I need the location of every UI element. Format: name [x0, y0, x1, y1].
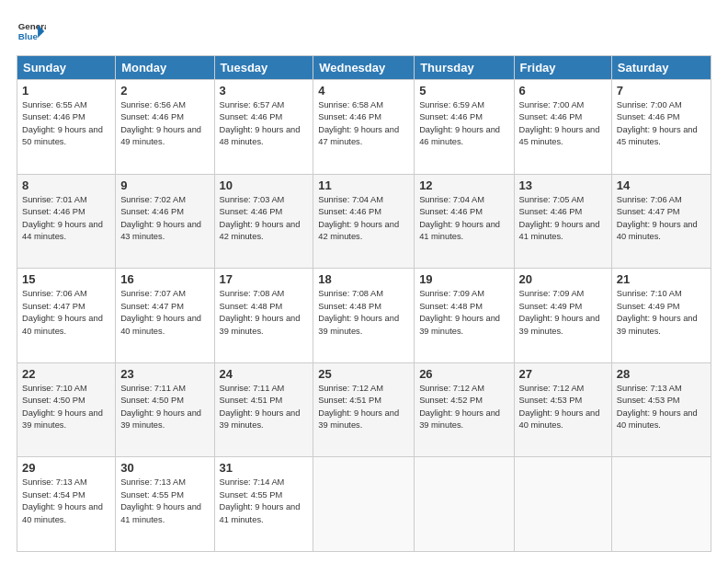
cell-info: Sunrise: 7:00 AMSunset: 4:46 PMDaylight:…: [519, 100, 600, 146]
calendar-cell: 12Sunrise: 7:04 AMSunset: 4:46 PMDayligh…: [415, 174, 514, 269]
col-header-wednesday: Wednesday: [313, 56, 415, 80]
cell-info: Sunrise: 7:06 AMSunset: 4:47 PMDaylight:…: [22, 289, 103, 335]
calendar-cell: 7Sunrise: 7:00 AMSunset: 4:46 PMDaylight…: [611, 80, 711, 175]
week-row-1: 1Sunrise: 6:55 AMSunset: 4:46 PMDaylight…: [17, 80, 711, 175]
day-number: 17: [220, 272, 309, 286]
day-number: 6: [519, 84, 607, 98]
col-header-tuesday: Tuesday: [214, 56, 313, 80]
calendar-cell: 18Sunrise: 7:08 AMSunset: 4:48 PMDayligh…: [313, 269, 415, 363]
col-header-friday: Friday: [514, 56, 611, 80]
day-number: 29: [22, 461, 110, 475]
calendar-cell: 28Sunrise: 7:13 AMSunset: 4:53 PMDayligh…: [611, 362, 711, 457]
cell-info: Sunrise: 7:06 AMSunset: 4:47 PMDaylight:…: [617, 195, 698, 241]
calendar-cell: 27Sunrise: 7:12 AMSunset: 4:53 PMDayligh…: [514, 362, 611, 457]
cell-info: Sunrise: 7:12 AMSunset: 4:51 PMDaylight:…: [318, 384, 399, 430]
day-number: 8: [22, 178, 110, 192]
cell-info: Sunrise: 7:12 AMSunset: 4:52 PMDaylight:…: [419, 384, 500, 430]
calendar-cell: 21Sunrise: 7:10 AMSunset: 4:49 PMDayligh…: [611, 269, 711, 363]
calendar-cell: 2Sunrise: 6:56 AMSunset: 4:46 PMDaylight…: [116, 80, 214, 175]
day-number: 10: [220, 178, 309, 192]
week-row-3: 15Sunrise: 7:06 AMSunset: 4:47 PMDayligh…: [17, 269, 711, 363]
day-number: 4: [318, 84, 409, 98]
day-number: 5: [419, 84, 508, 98]
day-number: 11: [318, 178, 409, 192]
day-number: 30: [120, 461, 209, 475]
calendar-cell: 6Sunrise: 7:00 AMSunset: 4:46 PMDaylight…: [514, 80, 611, 175]
calendar-cell: 9Sunrise: 7:02 AMSunset: 4:46 PMDaylight…: [116, 174, 214, 269]
week-row-4: 22Sunrise: 7:10 AMSunset: 4:50 PMDayligh…: [17, 362, 711, 457]
cell-info: Sunrise: 7:00 AMSunset: 4:46 PMDaylight:…: [617, 100, 698, 146]
calendar-cell: 31Sunrise: 7:14 AMSunset: 4:55 PMDayligh…: [214, 457, 313, 552]
calendar-cell: [611, 457, 711, 552]
day-number: 31: [220, 461, 309, 475]
day-number: 25: [318, 367, 409, 381]
day-number: 9: [120, 178, 209, 192]
day-number: 27: [519, 367, 607, 381]
cell-info: Sunrise: 7:04 AMSunset: 4:46 PMDaylight:…: [318, 195, 399, 241]
day-number: 7: [617, 84, 706, 98]
calendar-cell: 20Sunrise: 7:09 AMSunset: 4:49 PMDayligh…: [514, 269, 611, 363]
day-number: 16: [120, 272, 209, 286]
calendar-cell: 3Sunrise: 6:57 AMSunset: 4:46 PMDaylight…: [214, 80, 313, 175]
calendar-cell: 22Sunrise: 7:10 AMSunset: 4:50 PMDayligh…: [17, 362, 116, 457]
day-number: 21: [617, 272, 706, 286]
calendar-cell: 17Sunrise: 7:08 AMSunset: 4:48 PMDayligh…: [214, 269, 313, 363]
day-number: 2: [120, 84, 209, 98]
svg-text:Blue: Blue: [18, 31, 39, 41]
calendar-cell: 15Sunrise: 7:06 AMSunset: 4:47 PMDayligh…: [17, 269, 116, 363]
calendar-cell: 30Sunrise: 7:13 AMSunset: 4:55 PMDayligh…: [116, 457, 214, 552]
calendar-cell: 8Sunrise: 7:01 AMSunset: 4:46 PMDaylight…: [17, 174, 116, 269]
cell-info: Sunrise: 7:11 AMSunset: 4:51 PMDaylight:…: [220, 384, 301, 430]
col-header-thursday: Thursday: [415, 56, 514, 80]
col-header-monday: Monday: [116, 56, 214, 80]
cell-info: Sunrise: 7:09 AMSunset: 4:49 PMDaylight:…: [519, 289, 600, 335]
calendar-cell: 25Sunrise: 7:12 AMSunset: 4:51 PMDayligh…: [313, 362, 415, 457]
day-number: 19: [419, 272, 508, 286]
day-number: 13: [519, 178, 607, 192]
calendar-cell: 16Sunrise: 7:07 AMSunset: 4:47 PMDayligh…: [116, 269, 214, 363]
day-number: 15: [22, 272, 110, 286]
day-number: 18: [318, 272, 409, 286]
cell-info: Sunrise: 7:13 AMSunset: 4:55 PMDaylight:…: [120, 477, 201, 523]
calendar-cell: 19Sunrise: 7:09 AMSunset: 4:48 PMDayligh…: [415, 269, 514, 363]
calendar-cell: 23Sunrise: 7:11 AMSunset: 4:50 PMDayligh…: [116, 362, 214, 457]
cell-info: Sunrise: 7:13 AMSunset: 4:54 PMDaylight:…: [22, 477, 103, 523]
day-number: 1: [22, 84, 110, 98]
cell-info: Sunrise: 7:10 AMSunset: 4:50 PMDaylight:…: [22, 384, 103, 430]
cell-info: Sunrise: 7:02 AMSunset: 4:46 PMDaylight:…: [120, 195, 201, 241]
cell-info: Sunrise: 7:09 AMSunset: 4:48 PMDaylight:…: [419, 289, 500, 335]
cell-info: Sunrise: 7:03 AMSunset: 4:46 PMDaylight:…: [220, 195, 301, 241]
day-number: 12: [419, 178, 508, 192]
header: General Blue: [17, 17, 711, 46]
calendar-cell: [313, 457, 415, 552]
col-header-sunday: Sunday: [17, 56, 116, 80]
day-number: 3: [220, 84, 309, 98]
cell-info: Sunrise: 6:58 AMSunset: 4:46 PMDaylight:…: [318, 100, 399, 146]
calendar-cell: 29Sunrise: 7:13 AMSunset: 4:54 PMDayligh…: [17, 457, 116, 552]
calendar-cell: 24Sunrise: 7:11 AMSunset: 4:51 PMDayligh…: [214, 362, 313, 457]
logo-icon: General Blue: [17, 17, 46, 46]
calendar-cell: 14Sunrise: 7:06 AMSunset: 4:47 PMDayligh…: [611, 174, 711, 269]
cell-info: Sunrise: 7:04 AMSunset: 4:46 PMDaylight:…: [419, 195, 500, 241]
calendar-cell: 10Sunrise: 7:03 AMSunset: 4:46 PMDayligh…: [214, 174, 313, 269]
day-number: 22: [22, 367, 110, 381]
cell-info: Sunrise: 7:08 AMSunset: 4:48 PMDaylight:…: [220, 289, 301, 335]
cell-info: Sunrise: 7:08 AMSunset: 4:48 PMDaylight:…: [318, 289, 399, 335]
day-number: 23: [120, 367, 209, 381]
day-number: 28: [617, 367, 706, 381]
calendar-table: SundayMondayTuesdayWednesdayThursdayFrid…: [17, 55, 711, 552]
calendar-cell: 11Sunrise: 7:04 AMSunset: 4:46 PMDayligh…: [313, 174, 415, 269]
calendar-cell: 26Sunrise: 7:12 AMSunset: 4:52 PMDayligh…: [415, 362, 514, 457]
week-row-5: 29Sunrise: 7:13 AMSunset: 4:54 PMDayligh…: [17, 457, 711, 552]
day-number: 26: [419, 367, 508, 381]
day-number: 14: [617, 178, 706, 192]
calendar-cell: 5Sunrise: 6:59 AMSunset: 4:46 PMDaylight…: [415, 80, 514, 175]
cell-info: Sunrise: 7:13 AMSunset: 4:53 PMDaylight:…: [617, 384, 698, 430]
cell-info: Sunrise: 7:14 AMSunset: 4:55 PMDaylight:…: [220, 477, 301, 523]
calendar-cell: 13Sunrise: 7:05 AMSunset: 4:46 PMDayligh…: [514, 174, 611, 269]
header-row: SundayMondayTuesdayWednesdayThursdayFrid…: [17, 56, 711, 80]
logo: General Blue: [17, 17, 46, 46]
cell-info: Sunrise: 7:05 AMSunset: 4:46 PMDaylight:…: [519, 195, 600, 241]
page: General Blue SundayMondayTuesdayWednesda…: [0, 0, 728, 563]
cell-info: Sunrise: 7:10 AMSunset: 4:49 PMDaylight:…: [617, 289, 698, 335]
